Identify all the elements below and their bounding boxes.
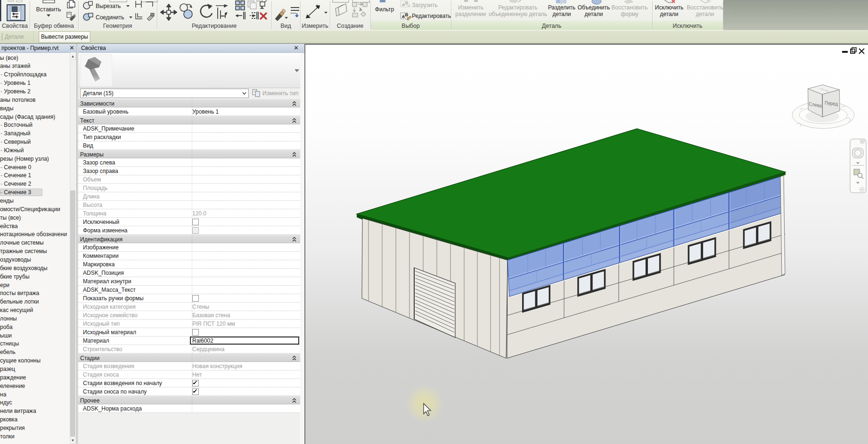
svg-text:Объединить: Объединить — [578, 4, 610, 11]
svg-text:Изменить: Изменить — [458, 4, 483, 11]
svg-text:Фильтр: Фильтр — [375, 6, 394, 13]
svg-text:Восстановить: Восстановить — [687, 4, 723, 11]
svg-text:детали: детали — [584, 11, 603, 17]
svg-text:Вставить: Вставить — [36, 6, 61, 13]
svg-text:детали: детали — [552, 11, 571, 17]
svg-text:Перед: Перед — [825, 100, 838, 107]
svg-text:Загрузить: Загрузить — [412, 2, 438, 8]
svg-text:детали: детали — [696, 11, 714, 17]
svg-text:Редактировать: Редактировать — [499, 4, 538, 11]
svg-text:форму: форму — [621, 11, 639, 17]
svg-text:Вырезать: Вырезать — [96, 3, 121, 9]
svg-text:Соединить: Соединить — [96, 14, 124, 21]
svg-text:Восстановить: Восстановить — [612, 4, 648, 11]
svg-text:Редактировать: Редактировать — [412, 13, 451, 19]
svg-text:объединенную деталь: объединенную деталь — [489, 11, 547, 17]
svg-text:разделение: разделение — [455, 11, 486, 17]
svg-text:Исключить: Исключить — [655, 4, 683, 11]
svg-text:детали: детали — [660, 11, 678, 17]
svg-text:Разделить: Разделить — [548, 4, 575, 11]
